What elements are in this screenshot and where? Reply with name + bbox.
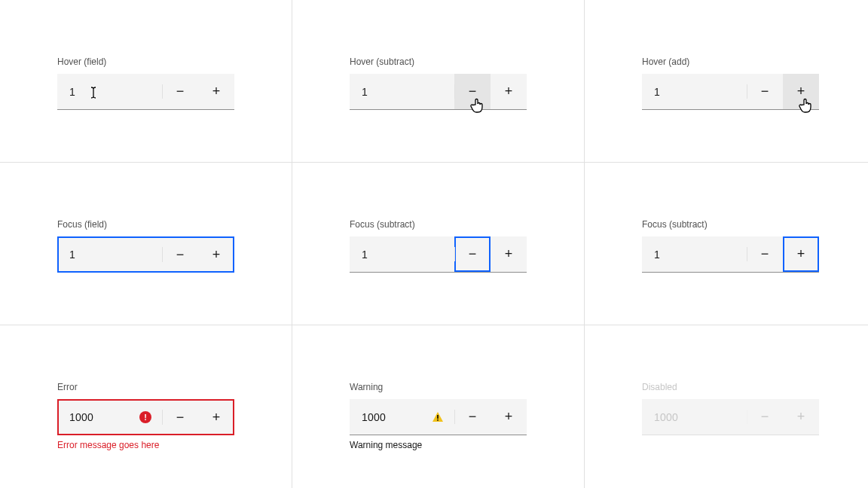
- number-input: 1000 − +: [350, 399, 527, 435]
- state-focus-field: Focus (field) 1 − +: [0, 163, 292, 325]
- number-input-value[interactable]: 1: [642, 236, 747, 272]
- number-input-value[interactable]: 1: [350, 236, 454, 272]
- number-input: 1000 − +: [57, 399, 234, 435]
- number-input-value: 1000: [642, 399, 747, 435]
- state-label: Focus (subtract): [350, 218, 527, 230]
- svg-rect-0: [437, 415, 439, 419]
- number-input-value[interactable]: 1: [57, 236, 162, 273]
- state-label: Focus (subtract): [642, 218, 819, 230]
- subtract-button[interactable]: −: [747, 236, 783, 272]
- state-label: Disabled: [642, 381, 819, 393]
- subtract-button[interactable]: −: [454, 74, 491, 109]
- state-error: Error 1000 − + Error message goes here: [0, 325, 292, 488]
- warning-icon: [432, 411, 444, 423]
- subtract-button[interactable]: −: [454, 236, 491, 272]
- add-button[interactable]: +: [198, 236, 234, 273]
- state-focus-subtract: Focus (subtract) 1 − +: [292, 163, 585, 325]
- number-input-value[interactable]: 1: [350, 74, 454, 109]
- number-input-value[interactable]: 1: [57, 74, 162, 109]
- subtract-button[interactable]: −: [162, 236, 198, 273]
- number-input: 1 − +: [642, 74, 819, 110]
- add-button[interactable]: +: [491, 399, 527, 435]
- number-input: 1000 − +: [642, 399, 819, 435]
- state-hover-add: Hover (add) 1 − +: [585, 0, 868, 163]
- svg-rect-1: [437, 419, 439, 421]
- subtract-button[interactable]: −: [747, 74, 783, 109]
- number-input: 1 − +: [350, 236, 527, 273]
- subtract-button: −: [747, 399, 783, 435]
- number-input: 1 − +: [57, 74, 234, 110]
- add-button[interactable]: +: [783, 236, 819, 272]
- subtract-button[interactable]: −: [162, 74, 198, 109]
- number-input: 1 − +: [350, 74, 527, 110]
- number-input-value[interactable]: 1000: [57, 399, 139, 435]
- number-input: 1 − +: [642, 236, 819, 273]
- add-button[interactable]: +: [783, 74, 819, 109]
- add-button[interactable]: +: [491, 236, 527, 272]
- subtract-button[interactable]: −: [162, 399, 198, 435]
- state-warning: Warning 1000 − + Warning message: [292, 325, 585, 488]
- state-label: Focus (field): [57, 218, 234, 230]
- state-focus-add: Focus (subtract) 1 − +: [585, 163, 868, 325]
- error-message: Error message goes here: [57, 440, 234, 450]
- state-label: Hover (add): [642, 56, 819, 68]
- state-disabled: Disabled 1000 − +: [585, 325, 868, 488]
- number-input-value[interactable]: 1000: [350, 399, 432, 435]
- subtract-button[interactable]: −: [454, 399, 491, 435]
- state-hover-field: Hover (field) 1 − +: [0, 0, 292, 163]
- add-button: +: [783, 399, 819, 435]
- add-button[interactable]: +: [198, 399, 234, 435]
- add-button[interactable]: +: [491, 74, 527, 109]
- number-input: 1 − +: [57, 236, 234, 273]
- number-input-value[interactable]: 1: [642, 74, 747, 109]
- state-label: Hover (subtract): [350, 56, 527, 68]
- state-label: Hover (field): [57, 56, 234, 68]
- state-label: Error: [57, 381, 234, 393]
- error-icon: [139, 411, 151, 423]
- warning-message: Warning message: [350, 440, 527, 450]
- add-button[interactable]: +: [198, 74, 234, 109]
- state-label: Warning: [350, 381, 527, 393]
- state-hover-subtract: Hover (subtract) 1 − +: [292, 0, 585, 163]
